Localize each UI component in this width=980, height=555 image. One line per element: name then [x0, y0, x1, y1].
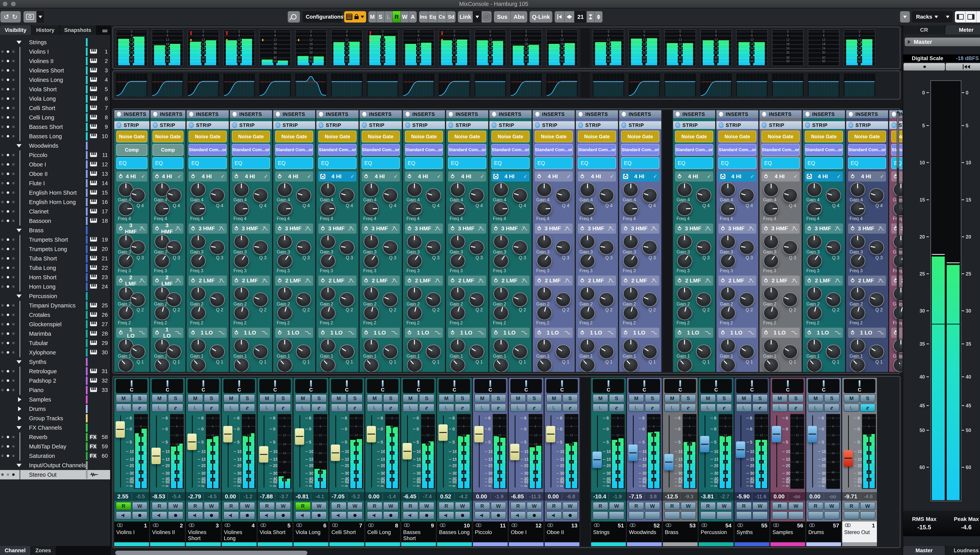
eq-gain-knob[interactable] — [807, 234, 822, 249]
eq-q-knob[interactable] — [696, 292, 711, 307]
collapse-triangle-icon[interactable] — [16, 426, 22, 430]
eq-freq-knob[interactable] — [763, 306, 779, 320]
sidebar-item-tubular[interactable]: Tubular29 — [0, 338, 110, 348]
eq-band-header-1-lo[interactable]: 1 LO — [275, 328, 314, 338]
listen-button[interactable]: L — [510, 404, 526, 412]
visibility-dot[interactable] — [1, 88, 4, 90]
eq-curve-violins-i[interactable] — [114, 72, 149, 98]
right-zone-toggle[interactable] — [965, 11, 976, 22]
eq-curve-woodwinds[interactable] — [627, 72, 662, 98]
volume-fader[interactable] — [402, 443, 412, 459]
listen-button[interactable]: L — [546, 404, 562, 412]
sidebar-item-basses-long[interactable]: Basses Long10 — [0, 132, 110, 141]
strip-header[interactable]: STRIP — [273, 121, 315, 129]
eq-band-header-1-lo[interactable]: 1 LO — [153, 328, 183, 338]
strip-led[interactable] — [153, 122, 158, 128]
sidebar-item-horn-short[interactable]: Horn Short23 — [0, 273, 110, 282]
eq-freq-knob[interactable] — [364, 306, 379, 320]
edit-channel-button[interactable]: e — [132, 404, 148, 412]
eq-curve-stereo-out[interactable] — [842, 72, 877, 98]
eq-gain-knob[interactable] — [234, 182, 249, 197]
inserts-header[interactable]: INSERTS — [230, 110, 272, 118]
power-icon[interactable] — [320, 174, 325, 179]
power-icon[interactable] — [277, 278, 282, 283]
eq-band-header-3-hmf[interactable]: 3 HMF — [621, 223, 659, 234]
collapse-triangle-icon[interactable] — [16, 464, 22, 467]
eq-gain-knob[interactable] — [623, 338, 638, 353]
edit-channel-button[interactable]: e — [383, 404, 399, 412]
eq-q-knob[interactable] — [296, 292, 311, 307]
eq-gain-knob[interactable] — [580, 338, 595, 353]
compressor-slot[interactable]: Standard Com...or — [621, 144, 659, 156]
eq-q-knob[interactable] — [696, 188, 711, 203]
power-icon[interactable] — [234, 330, 239, 335]
power-icon[interactable] — [623, 278, 628, 283]
eq-freq-knob[interactable] — [364, 253, 379, 268]
gate-slot[interactable]: Noise Gate — [848, 131, 886, 143]
monitor-button[interactable] — [439, 511, 454, 520]
sidebar-item-strings[interactable]: Strings — [0, 38, 110, 47]
pan-control[interactable]: C — [772, 379, 804, 393]
eq-freq-knob[interactable] — [118, 253, 134, 268]
sidebar-item-tuba-short[interactable]: Tuba Short21 — [0, 254, 110, 263]
volume-fader[interactable] — [510, 444, 520, 460]
listen-button[interactable]: L — [259, 404, 275, 412]
visibility-dot[interactable] — [12, 210, 15, 213]
visibility-dot[interactable] — [1, 332, 4, 335]
visibility-dot[interactable] — [12, 332, 15, 335]
read-automation-button[interactable]: R — [224, 502, 239, 510]
record-enable-button[interactable] — [347, 511, 363, 520]
visibility-dot[interactable] — [12, 173, 15, 175]
monitor-button[interactable] — [295, 511, 311, 520]
listen-button[interactable]: L — [700, 404, 716, 412]
sidebar-item-samples[interactable]: Samples — [0, 395, 110, 404]
eq-freq-knob[interactable] — [320, 358, 336, 372]
edit-channel-button[interactable]: e — [645, 404, 660, 412]
visibility-dot[interactable] — [12, 220, 15, 222]
fader-db-value[interactable]: 2.55 — [114, 493, 132, 500]
eq-gain-knob[interactable] — [364, 234, 379, 249]
eq-band-header-2-lmf[interactable]: 2 LMF — [275, 276, 314, 286]
collapse-triangle-icon[interactable] — [16, 144, 22, 148]
strip-header[interactable]: STRIP — [673, 121, 715, 129]
eq-gain-knob[interactable] — [720, 182, 735, 197]
eq-band-header-3-hmf[interactable]: 3 HMF — [318, 223, 357, 234]
channel-nameplate[interactable]: 55Synths — [735, 521, 769, 542]
peak-db-value[interactable]: -6.8 — [562, 494, 579, 500]
eq-gain-knob[interactable] — [850, 234, 865, 249]
solo-button[interactable]: S — [240, 394, 255, 403]
power-icon[interactable] — [807, 174, 812, 179]
solo-button[interactable]: S — [383, 394, 399, 403]
strip-led[interactable] — [406, 122, 410, 128]
monitor-button[interactable] — [259, 511, 275, 520]
eq-slot[interactable]: EQ — [718, 157, 756, 169]
pan-control[interactable]: C — [510, 379, 542, 393]
digital-scale-value[interactable]: -18 dBFS — [956, 55, 979, 61]
resize-arrows-icon[interactable] — [594, 11, 602, 22]
strip-led[interactable] — [719, 122, 723, 128]
inserts-header[interactable]: INSERTS — [187, 110, 229, 118]
power-icon[interactable] — [623, 174, 628, 179]
visibility-list-icon[interactable] — [346, 14, 352, 20]
record-enable-button[interactable] — [716, 511, 732, 520]
record-enable-button[interactable] — [860, 511, 875, 520]
eq-freq-knob[interactable] — [807, 202, 822, 216]
channel-nameplate[interactable]: 12Oboe I — [509, 521, 544, 542]
eq-q-knob[interactable] — [426, 292, 441, 307]
listen-button[interactable]: L — [665, 404, 680, 412]
eq-band-header-3-hmf[interactable]: 3 HMF — [448, 223, 486, 234]
read-automation-button[interactable]: R — [808, 502, 823, 510]
visibility-dot[interactable] — [1, 135, 4, 138]
eq-band-header-1-lo[interactable]: 1 LO — [805, 328, 843, 338]
inserts-led[interactable] — [362, 111, 367, 117]
abs-button[interactable]: Abs — [510, 11, 527, 22]
compressor-slot[interactable]: Standard Com...or — [448, 144, 486, 156]
edit-channel-button[interactable]: e — [455, 404, 470, 412]
eq-band-header-2-lmf[interactable]: 2 LMF — [188, 276, 227, 286]
tab-zones[interactable]: Zones — [31, 546, 56, 555]
mute-button[interactable]: M — [700, 394, 716, 403]
collapse-channels-icon[interactable] — [555, 11, 564, 22]
visibility-dot[interactable] — [6, 266, 9, 269]
eq-freq-knob[interactable] — [320, 202, 336, 216]
listen-button[interactable]: L — [331, 404, 346, 412]
